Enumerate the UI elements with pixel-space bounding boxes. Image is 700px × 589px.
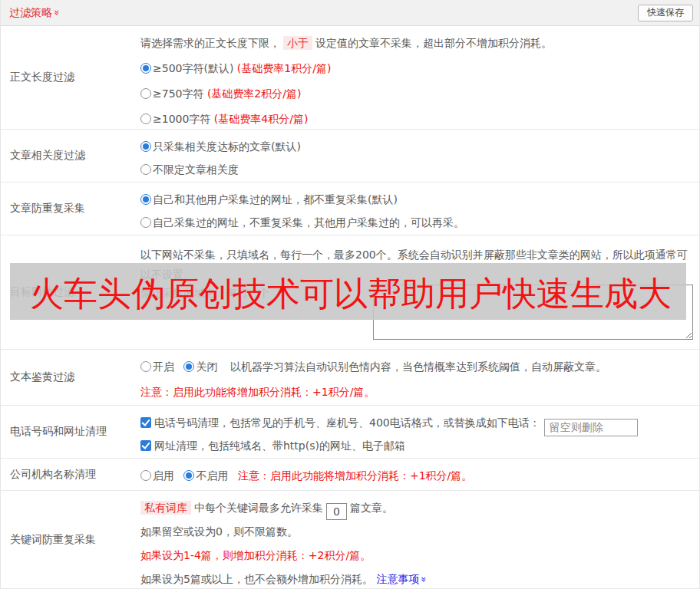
radio-company-disable-label[interactable]: 不启用: [196, 469, 228, 482]
porn-filter-cost-note: 注意：启用此功能将增加积分消耗：+1积分/篇。: [140, 384, 693, 400]
row-label-porn-filter: 文本鉴黄过滤: [1, 350, 131, 405]
porn-filter-options: 开启 关闭 以机器学习算法自动识别色情内容，当色情概率达到系统阈值，自动屏蔽文章…: [140, 359, 693, 374]
radio-company-enable[interactable]: [140, 470, 151, 481]
length-option-500[interactable]: ≥500字符(默认) (基础费率1积分/篇): [140, 61, 693, 76]
radio-length-500-label[interactable]: ≥500字符(默认): [153, 62, 233, 74]
panel-header: 过滤策略 » 快速保存: [1, 0, 699, 26]
length-option-1000[interactable]: ≥1000字符 (基础费率4积分/篇): [140, 111, 693, 127]
porn-filter-description: 以机器学习算法自动识别色情内容，当色情概率达到系统阈值，自动屏蔽文章。: [230, 360, 606, 373]
radio-company-enable-label[interactable]: 启用: [153, 469, 174, 482]
url-cleanup-option[interactable]: 网址清理，包括纯域名、带http(s)的网址、电子邮箱: [140, 438, 693, 453]
keyword-max-count-input[interactable]: [326, 503, 347, 520]
private-lexicon-link[interactable]: 私有词库: [140, 501, 191, 515]
length-option-750[interactable]: ≥750字符 (基础费率2积分/篇): [140, 86, 693, 101]
radio-dedupe-global[interactable]: [140, 194, 151, 205]
row-content-length-filter: 正文长度过滤 请选择需求的正文长度下限，小于设定值的文章不采集，超出部分不增加积…: [1, 26, 699, 130]
radio-porn-on[interactable]: [140, 361, 151, 372]
company-cleanup-options: 启用 不启用 注意：启用此功能将增加积分消耗：+1积分/篇。: [140, 468, 693, 483]
row-dedupe-collection: 文章防重复采集 自己和其他用户采集过的网址，都不重复采集(默认) 自己采集过的网…: [1, 183, 699, 235]
length-filter-intro: 请选择需求的正文长度下限，小于设定值的文章不采集，超出部分不增加积分消耗。: [140, 35, 693, 51]
row-label-content-length: 正文长度过滤: [1, 26, 131, 129]
fee-note-1000: (基础费率4积分/篇): [214, 113, 309, 125]
radio-company-disable[interactable]: [183, 470, 194, 481]
quick-save-button[interactable]: 快速保存: [638, 5, 693, 21]
keyword-limit-setting: 私有词库中每个关键词最多允许采集篇文章。: [140, 500, 693, 515]
radio-dedupe-global-label[interactable]: 自己和其他用户采集过的网址，都不重复采集(默认): [153, 193, 398, 206]
chevron-double-down-icon: »: [420, 577, 430, 583]
keyword-limit-text: 中每个关键词最多允许采集: [194, 502, 323, 514]
radio-length-750-label[interactable]: ≥750字符: [153, 87, 203, 100]
relevance-option-any[interactable]: 不限定文章相关度: [140, 162, 693, 177]
checkbox-url-cleanup-label[interactable]: 网址清理，包括纯域名、带http(s)的网址、电子邮箱: [154, 439, 405, 452]
checkbox-phone-cleanup[interactable]: [140, 417, 151, 428]
watermark-text: 火车头伪原创技术可以帮助用户快速生成大: [30, 263, 672, 320]
radio-dedupe-self[interactable]: [140, 217, 151, 228]
company-cleanup-cost-note: 注意：启用此功能将增加积分消耗：+1积分/篇。: [238, 469, 472, 482]
dedupe-option-self[interactable]: 自己采集过的网址，不重复采集，其他用户采集过的，可以再采。: [140, 215, 693, 230]
keyword-note-unlimited: 如果留空或设为0，则不限篇数。: [140, 524, 693, 539]
chevron-double-down-icon: »: [52, 10, 62, 16]
panel-title: 过滤策略: [9, 6, 52, 20]
radio-relevance-any-label[interactable]: 不限定文章相关度: [153, 163, 239, 176]
watermark-overlay: 火车头伪原创技术可以帮助用户快速生成大: [10, 263, 686, 320]
row-label-company-cleanup: 公司机构名称清理: [1, 459, 131, 491]
radio-relevance-strict[interactable]: [140, 141, 151, 152]
row-label-relevance: 文章相关度过滤: [1, 130, 131, 182]
radio-length-1000-label[interactable]: ≥1000字符: [153, 113, 210, 125]
row-label-dedupe: 文章防重复采集: [1, 183, 131, 235]
row-phone-url-cleanup: 电话号码和网址清理 电话号码清理，包括常见的手机号、座机号、400电话格式，或替…: [1, 406, 699, 459]
radio-length-1000[interactable]: [140, 114, 151, 124]
keyword-note-five-plus: 如果设为5篇或以上，也不会额外增加积分消耗。 注意事项»: [140, 571, 693, 587]
section-toggle-filter-strategy[interactable]: 过滤策略 »: [9, 6, 61, 20]
radio-relevance-any[interactable]: [140, 164, 151, 175]
relevance-option-strict[interactable]: 只采集相关度达标的文章(默认): [140, 139, 693, 154]
row-company-name-cleanup: 启用 不启用 注意：启用此功能将增加积分消耗：+1积分/篇。 公司机构名称清理: [1, 459, 699, 491]
checkbox-url-cleanup[interactable]: [140, 440, 151, 451]
phone-cleanup-option[interactable]: 电话号码清理，包括常见的手机号、座机号、400电话格式，或替换成如下电话：: [140, 415, 693, 430]
radio-length-500[interactable]: [140, 63, 151, 74]
replacement-phone-input[interactable]: [544, 419, 638, 436]
fee-note-750: (基础费率2积分/篇): [207, 87, 302, 100]
fee-note-500: (基础费率1积分/篇): [237, 62, 332, 74]
dedupe-option-global[interactable]: 自己和其他用户采集过的网址，都不重复采集(默认): [140, 192, 693, 207]
radio-dedupe-self-label[interactable]: 自己采集过的网址，不重复采集，其他用户采集过的，可以再采。: [153, 216, 464, 229]
row-porn-filter: 文本鉴黄过滤 开启 关闭 以机器学习算法自动识别色情内容，当色情概率达到系统阈值…: [1, 350, 699, 406]
radio-porn-off[interactable]: [183, 361, 194, 372]
checkbox-phone-cleanup-label[interactable]: 电话号码清理，包括常见的手机号、座机号、400电话格式，或替换成如下电话：: [154, 416, 540, 429]
filter-strategy-panel: 过滤策略 » 快速保存 正文长度过滤 请选择需求的正文长度下限，小于设定值的文章…: [0, 0, 700, 589]
intro-text-2: 设定值的文章不采集，超出部分不增加积分消耗。: [315, 37, 552, 49]
row-label-keyword-dedupe: 关键词防重复采集: [1, 491, 131, 588]
radio-relevance-strict-label[interactable]: 只采集相关度达标的文章(默认): [153, 140, 301, 153]
intro-text-1: 请选择需求的正文长度下限，: [140, 37, 280, 49]
notice-items-link[interactable]: 注意事项: [376, 573, 419, 585]
row-relevance-filter: 文章相关度过滤 只采集相关度达标的文章(默认) 不限定文章相关度: [1, 130, 699, 183]
keyword-note-cost: 如果设为1-4篇，则增加积分消耗：+2积分/篇。: [140, 548, 693, 563]
less-than-highlight: 小于: [283, 36, 312, 50]
keyword-note-five-plus-text: 如果设为5篇或以上，也不会额外增加积分消耗。: [140, 573, 373, 585]
keyword-limit-text-end: 篇文章。: [350, 502, 393, 514]
radio-length-750[interactable]: [140, 88, 151, 99]
row-label-phone-url: 电话号码和网址清理: [1, 406, 131, 458]
radio-porn-off-label[interactable]: 关闭: [196, 360, 217, 373]
radio-porn-on-label[interactable]: 开启: [153, 360, 174, 373]
row-keyword-dedupe: 关键词防重复采集 私有词库中每个关键词最多允许采集篇文章。 如果留空或设为0，则…: [1, 491, 699, 589]
